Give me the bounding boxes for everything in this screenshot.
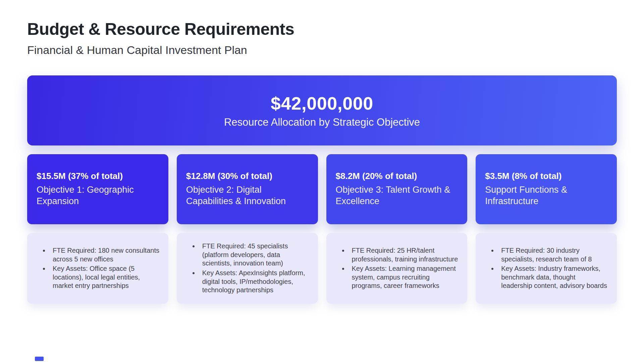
objective-name: Objective 2: Digital Capabilities & Inno… (186, 184, 309, 207)
total-budget-amount: $42,000,000 (271, 93, 373, 114)
detail-item: Key Assets: Industry frameworks, benchma… (498, 264, 608, 290)
detail-item: FTE Required: 180 new consultants across… (49, 246, 160, 263)
objective-details-row: FTE Required: 180 new consultants across… (27, 233, 617, 304)
page-subtitle: Financial & Human Capital Investment Pla… (27, 44, 617, 57)
objective-cards-row: $15.5M (37% of total) Objective 1: Geogr… (27, 154, 617, 224)
details-list: FTE Required: 25 HR/talent professionals… (336, 246, 459, 290)
page-title: Budget & Resource Requirements (27, 19, 617, 39)
details-list: FTE Required: 30 industry specialists, r… (486, 246, 608, 290)
detail-item: FTE Required: 45 specialists (platform d… (199, 242, 309, 268)
details-list: FTE Required: 180 new consultants across… (37, 246, 160, 290)
detail-item: FTE Required: 25 HR/talent professionals… (348, 246, 459, 263)
objective-name: Objective 1: Geographic Expansion (37, 184, 159, 207)
detail-item: Key Assets: ApexInsights platform, digit… (199, 269, 309, 295)
objective-card-3: $8.2M (20% of total) Objective 3: Talent… (326, 154, 468, 224)
total-budget-banner: $42,000,000 Resource Allocation by Strat… (27, 75, 617, 145)
detail-item: FTE Required: 30 industry specialists, r… (498, 246, 608, 263)
details-list: FTE Required: 45 specialists (platform d… (187, 242, 309, 295)
objective-amount: $3.5M (8% of total) (485, 171, 607, 181)
objective-card-2: $12.8M (30% of total) Objective 2: Digit… (177, 154, 318, 224)
objective-amount: $8.2M (20% of total) (336, 171, 458, 181)
objective-details-card-1: FTE Required: 180 new consultants across… (27, 233, 168, 304)
objective-details-card-3: FTE Required: 25 HR/talent professionals… (326, 233, 468, 304)
slide: Budget & Resource Requirements Financial… (0, 0, 644, 362)
detail-item: Key Assets: Learning management system, … (348, 264, 459, 290)
objective-card-4: $3.5M (8% of total) Support Functions & … (476, 154, 617, 224)
detail-item: Key Assets: Office space (5 locations), … (49, 264, 160, 290)
objective-details-card-2: FTE Required: 45 specialists (platform d… (177, 233, 318, 304)
objective-details-card-4: FTE Required: 30 industry specialists, r… (476, 233, 617, 304)
objective-amount: $12.8M (30% of total) (186, 171, 309, 181)
objective-card-1: $15.5M (37% of total) Objective 1: Geogr… (27, 154, 168, 224)
total-budget-caption: Resource Allocation by Strategic Objecti… (224, 116, 420, 128)
page-accent-bar (35, 357, 44, 361)
objective-name: Support Functions & Infrastructure (485, 184, 607, 207)
objective-amount: $15.5M (37% of total) (37, 171, 159, 181)
objective-name: Objective 3: Talent Growth & Excellence (336, 184, 458, 207)
